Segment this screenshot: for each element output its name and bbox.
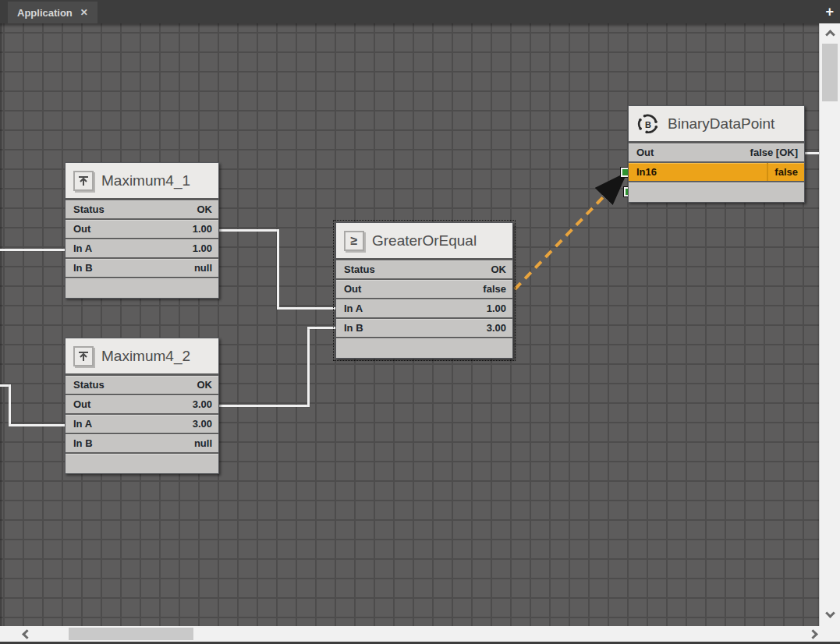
slot-row-empty[interactable] [66,454,218,473]
block-header: Maximum4_2 [66,338,218,376]
scroll-up-icon[interactable] [825,30,835,40]
selected-link-wire [515,176,623,289]
wire-max2-out-h[interactable] [219,405,310,407]
wiresheet-canvas[interactable]: Maximum4_1 Status OK Out 1.00 In A 1.00 … [0,23,819,626]
wire-max2-out-v[interactable] [307,327,310,407]
slot-row-status[interactable]: Status OK [66,376,218,395]
block-title: Maximum4_1 [101,172,190,189]
maximum-icon [73,171,94,191]
block-greater-or-equal[interactable]: ≥ GreaterOrEqual Status OK Out false In … [335,222,513,359]
greater-or-equal-icon: ≥ [344,231,364,251]
wire-max2-to-goe-inb[interactable] [307,327,336,329]
slot-row-ina[interactable]: In A 1.00 [336,299,512,319]
block-header: B BinaryDataPoint [629,106,804,143]
close-icon[interactable]: ✕ [80,7,88,18]
wire-left-stub-v[interactable] [9,384,11,426]
slot-row-empty[interactable] [66,278,218,298]
wire-bdp-out-right[interactable] [804,152,819,154]
slot-row-inb[interactable]: In B 3.00 [336,319,512,338]
svg-text:B: B [645,119,651,129]
scroll-down-icon[interactable] [825,608,835,618]
tab-label: Application [17,7,73,19]
vertical-scrollbar-thumb[interactable] [822,44,838,101]
block-maximum4-1[interactable]: Maximum4_1 Status OK Out 1.00 In A 1.00 … [65,162,219,299]
block-title: Maximum4_2 [101,348,190,365]
slot-row-empty[interactable] [336,338,512,358]
slot-row-in16-highlighted[interactable]: In16 false [629,163,804,182]
slot-row-inb[interactable]: In B null [66,434,218,454]
block-title: BinaryDataPoint [668,115,774,133]
vertical-scrollbar[interactable] [819,23,840,626]
block-header: ≥ GreaterOrEqual [336,223,512,260]
scroll-right-icon[interactable] [808,629,818,639]
horizontal-scrollbar[interactable] [0,626,840,642]
slot-row-ina[interactable]: In A 1.00 [66,239,218,259]
binary-data-point-icon: B [636,112,660,136]
slot-row-out[interactable]: Out false [OK] [629,143,804,163]
slot-row-out[interactable]: Out false [336,280,512,299]
add-tab-icon[interactable]: + [825,2,834,21]
block-header: Maximum4_1 [66,163,218,200]
slot-row-ina[interactable]: In A 3.00 [66,415,218,434]
wire-left-to-max2-ina[interactable] [9,424,66,426]
scroll-left-icon[interactable] [22,629,32,639]
horizontal-scrollbar-thumb[interactable] [69,628,193,640]
tab-bar: Application ✕ + [0,0,840,23]
slot-row-out[interactable]: Out 3.00 [66,395,218,415]
slot-row-empty[interactable] [629,182,804,202]
block-binary-data-point[interactable]: B BinaryDataPoint Out false [OK] In16 fa… [628,105,805,203]
block-title: GreaterOrEqual [372,232,477,249]
tab-application[interactable]: Application ✕ [8,2,97,23]
slot-row-out[interactable]: Out 1.00 [66,220,218,239]
slot-row-status[interactable]: Status OK [336,260,512,280]
wiresheet-editor: Application ✕ + [0,0,840,644]
wire-left-to-max1-ina[interactable] [0,249,66,251]
wire-max1-out-v[interactable] [277,229,279,310]
block-maximum4-2[interactable]: Maximum4_2 Status OK Out 3.00 In A 3.00 … [65,338,219,474]
slot-row-inb[interactable]: In B null [66,259,218,278]
wire-max1-out-h[interactable] [219,229,279,232]
wire-max1-to-goe-ina[interactable] [277,307,336,310]
slot-row-status[interactable]: Status OK [66,200,218,220]
maximum-icon [73,346,94,366]
